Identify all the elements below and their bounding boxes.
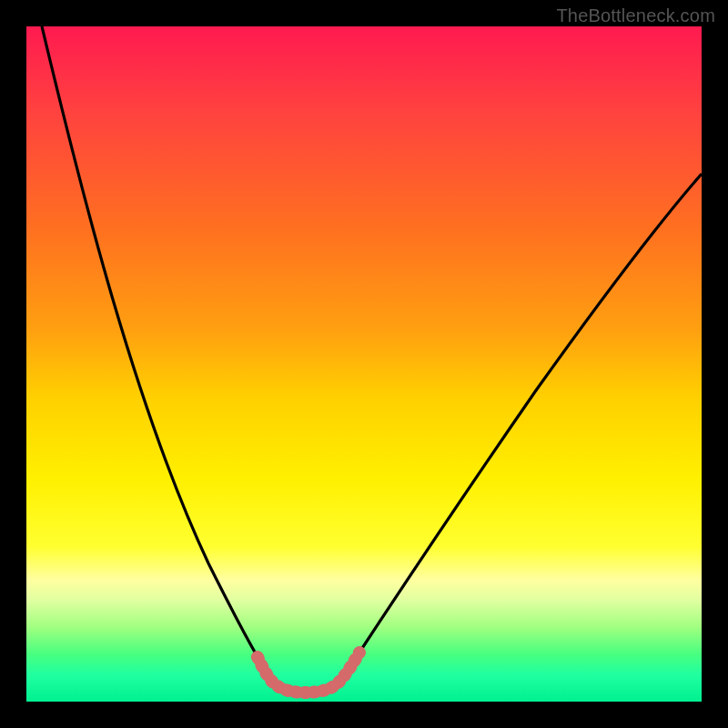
gradient-plot-background (26, 26, 702, 702)
watermark-text: TheBottleneck.com (556, 5, 715, 26)
chart-container: TheBottleneck.com (0, 0, 728, 728)
